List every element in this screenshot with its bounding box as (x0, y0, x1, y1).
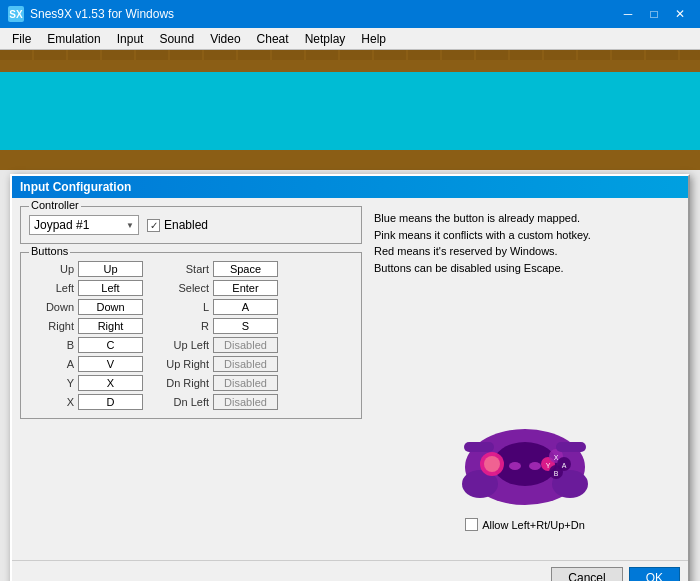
title-bar: SX Snes9X v1.53 for Windows ─ □ ✕ (0, 0, 700, 28)
up-key[interactable]: Up (78, 261, 143, 277)
controller-svg: Y X A B (460, 412, 590, 512)
svg-text:A: A (562, 462, 567, 469)
svg-rect-21 (680, 50, 700, 60)
ok-button[interactable]: OK (629, 567, 680, 581)
svg-rect-13 (408, 50, 440, 60)
game-area (0, 50, 700, 170)
allow-diagonal-row: Allow Left+Rt/Up+Dn (465, 518, 585, 531)
x-key[interactable]: D (78, 394, 143, 410)
svg-point-34 (509, 462, 521, 470)
enabled-label: Enabled (164, 218, 208, 232)
dnleft-key[interactable]: Disabled (213, 394, 278, 410)
right-button-column: Start Space Select Enter L A (159, 261, 278, 410)
button-row-upright: Up Right Disabled (159, 356, 278, 372)
svg-rect-37 (556, 442, 586, 452)
menu-bar: File Emulation Input Sound Video Cheat N… (0, 28, 700, 50)
controller-section-label: Controller (29, 199, 81, 211)
controller-dropdown[interactable]: Joypad #1 ▼ (29, 215, 139, 235)
svg-rect-22 (0, 72, 700, 152)
svg-point-35 (529, 462, 541, 470)
app-icon: SX (8, 6, 24, 22)
button-row-l: L A (159, 299, 278, 315)
button-row-y: Y X (29, 375, 143, 391)
svg-rect-19 (612, 50, 644, 60)
button-row-down: Down Down (29, 299, 143, 315)
svg-rect-7 (204, 50, 236, 60)
button-row-r: R S (159, 318, 278, 334)
a-label: A (29, 358, 74, 370)
svg-text:X: X (554, 454, 559, 461)
menu-video[interactable]: Video (202, 30, 248, 48)
button-row-a: A V (29, 356, 143, 372)
dnright-label: Dn Right (159, 377, 209, 389)
right-panel: Blue means the button is already mapped.… (370, 206, 680, 552)
dropdown-value: Joypad #1 (34, 218, 89, 232)
svg-rect-5 (136, 50, 168, 60)
button-grid: Up Up Left Left Down Down (29, 261, 353, 410)
left-panel: Controller Joypad #1 ▼ ✓ Enabled (20, 206, 362, 552)
up-label: Up (29, 263, 74, 275)
menu-emulation[interactable]: Emulation (39, 30, 108, 48)
svg-rect-3 (68, 50, 100, 60)
select-label: Select (159, 282, 209, 294)
enabled-checkbox[interactable]: ✓ (147, 219, 160, 232)
button-row-start: Start Space (159, 261, 278, 277)
y-key[interactable]: X (78, 375, 143, 391)
r-label: R (159, 320, 209, 332)
menu-help[interactable]: Help (353, 30, 394, 48)
upright-key[interactable]: Disabled (213, 356, 278, 372)
dialog-wrapper: Input Configuration Controller Joypad #1… (0, 170, 700, 581)
r-key[interactable]: S (213, 318, 278, 334)
svg-rect-15 (476, 50, 508, 60)
info-text-area: Blue means the button is already mapped.… (370, 206, 680, 406)
buttons-section-label: Buttons (29, 245, 70, 257)
info-text: Blue means the button is already mapped.… (374, 212, 591, 274)
maximize-button[interactable]: □ (642, 4, 666, 24)
select-key[interactable]: Enter (213, 280, 278, 296)
right-key[interactable]: Right (78, 318, 143, 334)
svg-rect-6 (170, 50, 202, 60)
menu-netplay[interactable]: Netplay (297, 30, 354, 48)
b-key[interactable]: C (78, 337, 143, 353)
right-label: Right (29, 320, 74, 332)
dropdown-arrow-icon: ▼ (126, 221, 134, 230)
upleft-key[interactable]: Disabled (213, 337, 278, 353)
start-key[interactable]: Space (213, 261, 278, 277)
x-label: X (29, 396, 74, 408)
down-label: Down (29, 301, 74, 313)
dnright-key[interactable]: Disabled (213, 375, 278, 391)
svg-rect-23 (0, 150, 700, 170)
down-key[interactable]: Down (78, 299, 143, 315)
svg-rect-10 (306, 50, 338, 60)
button-row-dnright: Dn Right Disabled (159, 375, 278, 391)
l-key[interactable]: A (213, 299, 278, 315)
svg-rect-18 (578, 50, 610, 60)
left-label: Left (29, 282, 74, 294)
left-key[interactable]: Left (78, 280, 143, 296)
svg-rect-11 (340, 50, 372, 60)
button-row-dnleft: Dn Left Disabled (159, 394, 278, 410)
svg-rect-8 (238, 50, 270, 60)
svg-text:B: B (554, 470, 559, 477)
menu-cheat[interactable]: Cheat (249, 30, 297, 48)
menu-input[interactable]: Input (109, 30, 152, 48)
a-key[interactable]: V (78, 356, 143, 372)
l-label: L (159, 301, 209, 313)
button-row-b: B C (29, 337, 143, 353)
menu-sound[interactable]: Sound (151, 30, 202, 48)
y-label: Y (29, 377, 74, 389)
menu-file[interactable]: File (4, 30, 39, 48)
window-title: Snes9X v1.53 for Windows (30, 7, 174, 21)
start-label: Start (159, 263, 209, 275)
minimize-button[interactable]: ─ (616, 4, 640, 24)
svg-text:Y: Y (546, 462, 551, 469)
window-controls: ─ □ ✕ (616, 4, 692, 24)
left-button-column: Up Up Left Left Down Down (29, 261, 143, 410)
svg-rect-12 (374, 50, 406, 60)
close-button[interactable]: ✕ (668, 4, 692, 24)
cancel-button[interactable]: Cancel (551, 567, 622, 581)
allow-diagonal-checkbox[interactable] (465, 518, 478, 531)
svg-rect-20 (646, 50, 678, 60)
svg-rect-36 (464, 442, 494, 452)
controller-section: Controller Joypad #1 ▼ ✓ Enabled (20, 206, 362, 244)
